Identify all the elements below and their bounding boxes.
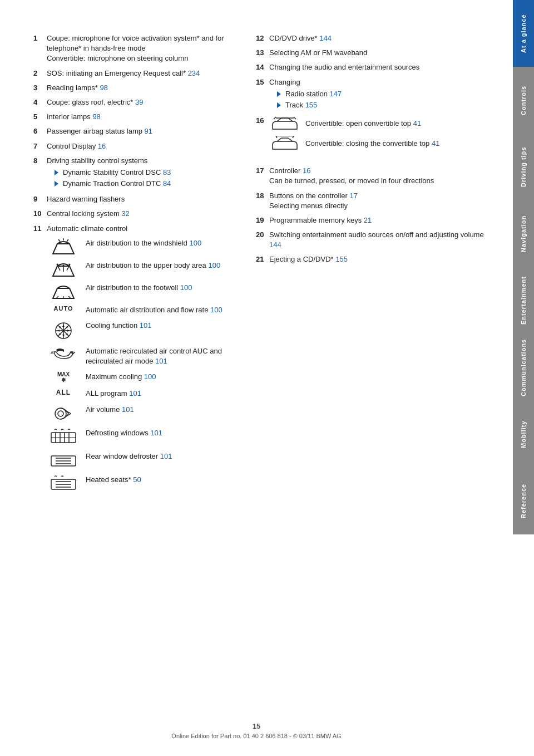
item-text: Central locking system 32 — [47, 209, 239, 219]
item-link[interactable]: 234 — [188, 69, 200, 77]
item-link[interactable]: 100 — [189, 239, 201, 247]
item-link[interactable]: 101 — [129, 389, 141, 397]
item-link[interactable]: 17 — [350, 192, 358, 200]
cooling-icon — [53, 321, 73, 341]
item-number: 3 — [33, 83, 47, 93]
conv-open-row: Convertible: open convertible top 41 — [269, 116, 491, 131]
item-number: 4 — [33, 97, 47, 107]
item-link[interactable]: 98 — [100, 84, 107, 92]
item-link[interactable]: 83 — [163, 168, 171, 176]
convertible-close-icon — [270, 136, 299, 151]
item-text: Automatic climate control — [47, 224, 239, 234]
item-text: Passenger airbag status lamp 91 — [47, 126, 239, 136]
item-link[interactable]: 100 — [180, 283, 192, 292]
item-link[interactable]: 16 — [98, 142, 106, 150]
footwell-icon — [52, 283, 75, 300]
right-column: 12 CD/DVD drive* 144 13 Selecting AM or … — [256, 33, 491, 723]
item-number: 13 — [256, 48, 269, 58]
climate-item-all: ALL ALL program 101 — [47, 389, 239, 399]
climate-cooling-desc: Cooling function 101 — [86, 321, 239, 331]
svg-marker-17 — [62, 325, 65, 327]
page-number: 15 — [0, 722, 513, 730]
item-link[interactable]: 41 — [432, 139, 439, 148]
list-item: 18 Buttons on the controller 17Selecting… — [256, 191, 491, 211]
list-item: 6 Passenger airbag status lamp 91 — [33, 126, 239, 136]
climate-all-desc: ALL program 101 — [86, 389, 239, 399]
item-text: Coupe: microphone for voice activation s… — [47, 33, 239, 64]
sidebar-tab-entertainment[interactable]: Entertainment — [513, 267, 534, 334]
item-link[interactable]: 101 — [155, 357, 167, 365]
sidebar-tab-controls[interactable]: Controls — [513, 67, 534, 134]
item-number: 18 — [256, 191, 269, 211]
sub-item: Dynamic Traction Control DTC 84 — [55, 179, 239, 189]
item-link[interactable]: 144 — [269, 240, 281, 249]
item-text: Programmable memory keys 21 — [269, 215, 491, 225]
item-number: 19 — [256, 215, 269, 225]
item-number: 6 — [33, 126, 47, 136]
item-link[interactable]: 100 — [210, 306, 222, 314]
item-link[interactable]: 100 — [144, 372, 156, 381]
item-link[interactable]: 147 — [330, 90, 342, 98]
item-text: Reading lamps* 98 — [47, 83, 239, 93]
item-number: 17 — [256, 166, 269, 186]
rear-defrost-icon — [50, 451, 77, 469]
list-item: 3 Reading lamps* 98 — [33, 83, 239, 93]
item-text: Switching entertainment audio sources on… — [269, 230, 491, 250]
svg-marker-18 — [62, 335, 65, 337]
item-link[interactable]: 98 — [92, 112, 100, 121]
item-link[interactable]: 101 — [160, 452, 172, 460]
defrost-windows-icon-cell — [47, 428, 80, 446]
rear-defrost-icon-cell — [47, 451, 80, 469]
item-link[interactable]: 32 — [121, 209, 129, 218]
item-number: 11 — [33, 224, 47, 234]
list-item: 17 Controller 16Can be turned, pressed, … — [256, 166, 491, 186]
item-link[interactable]: 144 — [319, 34, 332, 42]
climate-item-auto: AUTO Automatic air distribution and flow… — [47, 305, 239, 315]
item-link[interactable]: 41 — [413, 119, 421, 127]
heated-seats-icon-cell — [47, 475, 80, 493]
climate-defrost-windows-desc: Defrosting windows 101 — [86, 428, 239, 438]
list-item: 19 Programmable memory keys 21 — [256, 215, 491, 225]
climate-item-air-volume: Air volume 101 — [47, 405, 239, 423]
sidebar-tab-communications[interactable]: Communications — [513, 334, 534, 401]
cooling-icon-cell — [47, 321, 80, 341]
item-link[interactable]: 155 — [335, 255, 348, 263]
item-link[interactable]: 100 — [208, 261, 220, 269]
sidebar-tab-at-glance[interactable]: At a glance — [513, 0, 534, 67]
triangle-icon — [55, 181, 58, 186]
sidebar-tab-driving-tips[interactable]: Driving tips — [513, 134, 534, 200]
item-link[interactable]: 39 — [135, 98, 143, 106]
sub-item: Dynamic Stability Control DSC 83 — [55, 168, 239, 178]
item-link[interactable]: 21 — [364, 216, 372, 224]
item-text: Changing Radio station 147 Track 155 — [269, 77, 491, 112]
item-link[interactable]: 101 — [150, 429, 162, 437]
svg-line-0 — [58, 239, 60, 242]
item-text: Changing the audio and entertainment sou… — [269, 62, 491, 72]
sidebar-tab-navigation[interactable]: Navigation — [513, 200, 534, 267]
item-link[interactable]: 50 — [133, 475, 141, 484]
defrost-windows-icon — [50, 428, 77, 446]
conv-close-row: Convertible: closing the convertible top… — [269, 136, 491, 151]
climate-item-rear-defrost: Rear window defroster 101 — [47, 451, 239, 469]
list-item-16: 16 — [256, 116, 491, 157]
climate-footwell-desc: Air distribution to the footwell 100 — [86, 283, 239, 293]
climate-item-windshield: Air distribution to the windshield 100 — [47, 238, 239, 255]
item-link[interactable]: 155 — [305, 101, 318, 109]
item-number: 12 — [256, 33, 269, 43]
triangle-icon — [277, 91, 281, 97]
sidebar: At a glance Controls Driving tips Naviga… — [513, 0, 534, 756]
item-link[interactable]: 91 — [145, 127, 152, 135]
item-number: 1 — [33, 33, 47, 64]
item-link[interactable]: 84 — [163, 179, 171, 188]
list-item: 14 Changing the audio and entertainment … — [256, 62, 491, 72]
item-link[interactable]: 101 — [122, 405, 134, 414]
sidebar-tab-mobility[interactable]: Mobility — [513, 401, 534, 468]
item-number: 20 — [256, 230, 269, 250]
item-link[interactable]: 16 — [303, 166, 310, 175]
svg-point-6 — [57, 263, 58, 265]
sidebar-tab-reference[interactable]: Reference — [513, 468, 534, 534]
item-number: 21 — [256, 254, 269, 264]
item-link[interactable]: 101 — [140, 321, 152, 330]
list-item: 20 Switching entertainment audio sources… — [256, 230, 491, 250]
list-item: 7 Control Display 16 — [33, 141, 239, 151]
